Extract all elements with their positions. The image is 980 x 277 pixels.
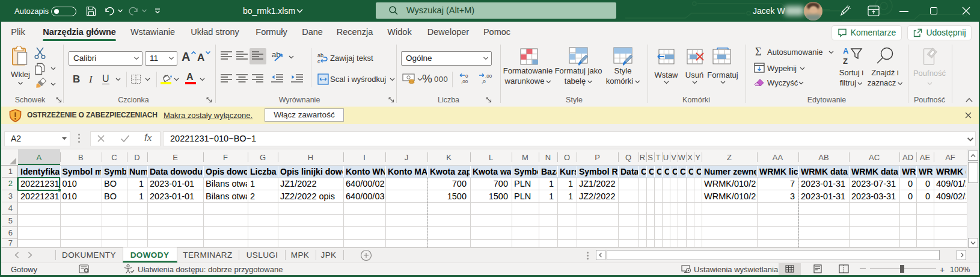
svg-text:ab: ab	[317, 52, 323, 58]
svg-text:,00: ,00	[461, 79, 468, 84]
svg-text:,00: ,00	[485, 73, 492, 79]
svg-text:Z: Z	[843, 57, 848, 66]
svg-text:,0: ,0	[482, 79, 486, 84]
svg-text:c: c	[317, 58, 320, 64]
svg-text:0: 0	[465, 73, 468, 79]
svg-text:A: A	[843, 46, 849, 55]
